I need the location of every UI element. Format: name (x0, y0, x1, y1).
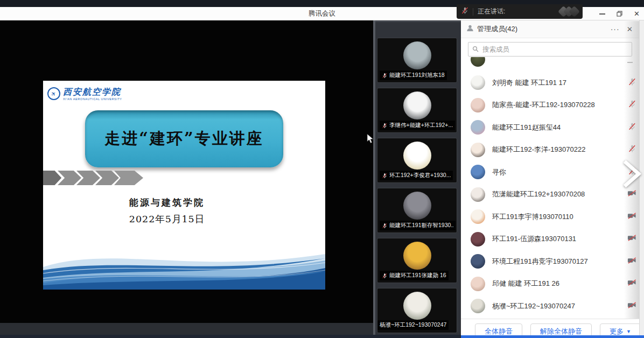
tencent-meeting-window: 腾讯会议 ✕ 正在讲话: ✈ 西安航空学院 XI'AN AERONAUTICAL… (0, 0, 644, 338)
wave-decoration (43, 236, 325, 290)
tile-name-label: 能建环工191张建勋 16 (380, 271, 449, 280)
member-name: 范潇能建环工192+193070208 (492, 189, 585, 199)
next-page-chevron-icon[interactable] (618, 158, 644, 190)
mic-muted-icon (382, 223, 388, 229)
member-row[interactable]: 杨濮~环工192~193070247 (461, 295, 639, 318)
speaking-label: 正在讲话: (478, 7, 505, 16)
camera-off-icon[interactable] (627, 212, 636, 222)
restore-button[interactable] (617, 11, 622, 17)
presentation-slide: ✈ 西安航空学院 XI'AN AERONAUTICAL UNIVERSITY 走… (43, 81, 325, 290)
member-row[interactable]: 陆家燕-能建-环工192-193070228 (461, 94, 639, 117)
member-row[interactable]: 环工191李宇博193070110 (461, 206, 639, 228)
video-tile[interactable]: 李继伟+能建+环工192+... (377, 88, 457, 133)
slide-title-banner: 走进“建环”专业讲座 (85, 110, 283, 167)
member-name: 寻你 (492, 167, 506, 177)
video-tile[interactable]: 能建环工191刘旭东18 (377, 38, 457, 83)
participant-name: 能建环工191靳存智1930... (389, 222, 453, 229)
university-logo: ✈ 西安航空学院 XI'AN AERONAUTICAL UNIVERSITY (47, 87, 122, 101)
participant-name: 能建环工191张建勋 16 (389, 272, 446, 279)
participant-avatar (403, 292, 431, 320)
participant-avatar (403, 142, 431, 170)
member-name: 刘明奇 能建 环工191 17 (492, 78, 566, 88)
participant-name: 能建环工191刘旭东18 (389, 72, 445, 79)
slide-organization: 能源与建筑学院 (43, 196, 291, 209)
video-tile[interactable]: 杨濮~环工192~193070247 (377, 288, 457, 333)
mic-muted-icon (382, 123, 388, 129)
camera-off-icon[interactable] (627, 234, 636, 244)
mic-muted-icon (382, 173, 388, 179)
camera-off-icon[interactable] (627, 301, 636, 311)
participant-avatar (403, 192, 431, 220)
university-name-cn: 西安航空学院 (63, 87, 122, 97)
participant-avatar (403, 91, 431, 119)
camera-off-icon[interactable] (627, 279, 636, 288)
member-avatar (471, 165, 485, 179)
member-row[interactable]: 刘明奇 能建 环工191 17 (461, 72, 639, 94)
mic-muted-icon (382, 73, 388, 79)
taskbar-strip (0, 323, 373, 335)
mic-muted-icon[interactable] (628, 122, 636, 133)
camera-off-icon[interactable] (627, 189, 636, 199)
member-avatar (471, 187, 485, 202)
video-thumbnail-strip: 能建环工191刘旭东18 李继伟+能建+环工192+... 环工192+李俊君+… (373, 20, 461, 335)
camera-off-icon[interactable] (627, 257, 636, 266)
participant-avatar (403, 41, 431, 69)
close-button[interactable]: ✕ (634, 10, 640, 17)
partial-status-icon (627, 62, 633, 63)
member-list: 刘明奇 能建 环工191 17 陆家燕-能建-环工192-193070228 能… (461, 72, 639, 318)
mic-muted-icon (382, 273, 388, 279)
member-search-input[interactable] (481, 45, 628, 54)
member-row[interactable]: 环工191-伍源森193070131 (461, 228, 639, 251)
slide-date: 2022年5月15日 (43, 213, 291, 226)
members-panel: 管理成员(42) ··· ✕ 刘明奇 能建 环工191 17 陆家燕-能建-环工… (461, 20, 639, 338)
member-avatar (471, 254, 485, 269)
shared-screen-stage: ✈ 西安航空学院 XI'AN AERONAUTICAL UNIVERSITY 走… (0, 20, 373, 323)
member-name: 环工191李宇博193070110 (492, 212, 573, 222)
video-tile[interactable]: 能建环工191张建勋 16 (377, 238, 457, 283)
minimize-button[interactable] (599, 13, 605, 15)
participant-name: 杨濮~环工192~193070247 (380, 321, 446, 329)
member-row[interactable]: 能建环工191赵振玺44 (461, 116, 639, 139)
divider (473, 8, 473, 16)
panel-bottom-accent (461, 335, 644, 338)
member-search-box[interactable] (468, 42, 632, 57)
slide-title: 走进“建环”专业讲座 (104, 128, 263, 150)
member-row[interactable]: 寻你 (461, 161, 639, 184)
tile-name-label: 环工192+李俊君+1930... (380, 171, 453, 180)
participant-name: 环工192+李俊君+1930... (389, 172, 451, 179)
member-avatar (471, 143, 485, 157)
participant-name: 李继伟+能建+环工192+... (389, 122, 453, 129)
speaking-indicator-bar: 正在讲话: (457, 4, 583, 19)
member-avatar (471, 299, 485, 313)
mic-muted-icon (461, 6, 469, 17)
mic-muted-icon[interactable] (628, 78, 636, 88)
more-options-icon[interactable]: ··· (611, 25, 620, 33)
tile-name-label: 杨濮~环工192~193070247 (377, 320, 449, 330)
mic-muted-icon[interactable] (628, 144, 636, 155)
member-row[interactable]: 环境工程191冉竞宇193070127 (461, 250, 639, 273)
video-tile[interactable]: 能建环工191靳存智1930... (377, 188, 457, 233)
member-avatar (471, 232, 485, 247)
member-row[interactable]: 范潇能建环工192+193070208 (461, 184, 639, 206)
member-avatar (471, 277, 485, 291)
search-icon (472, 45, 479, 54)
panel-close-icon[interactable]: ✕ (627, 25, 633, 33)
member-avatar (471, 209, 485, 224)
bottom-edge-strip (0, 335, 461, 338)
members-panel-header: 管理成员(42) ··· ✕ (461, 20, 639, 38)
chevron-decoration (43, 171, 138, 185)
mic-muted-icon[interactable] (628, 100, 636, 110)
person-icon (466, 24, 474, 34)
member-avatar (471, 75, 485, 90)
speaker-avatars (562, 8, 578, 16)
university-name-en: XI'AN AERONAUTICAL UNIVERSITY (63, 97, 122, 101)
member-row[interactable]: 能建环工192-李洋-193070222 (461, 139, 639, 161)
tile-name-label: 能建环工191靳存智1930... (380, 221, 456, 230)
tile-name-label: 能建环工191刘旭东18 (380, 71, 447, 80)
member-avatar (471, 98, 485, 112)
member-name: 能建环工192-李洋-193070222 (492, 145, 585, 154)
caret-down-icon: ▼ (626, 329, 631, 334)
video-tile[interactable]: 环工192+李俊君+1930... (377, 138, 457, 183)
partial-member-avatar (471, 57, 485, 68)
member-row[interactable]: 邱健 能建 环工191 26 (461, 273, 639, 295)
